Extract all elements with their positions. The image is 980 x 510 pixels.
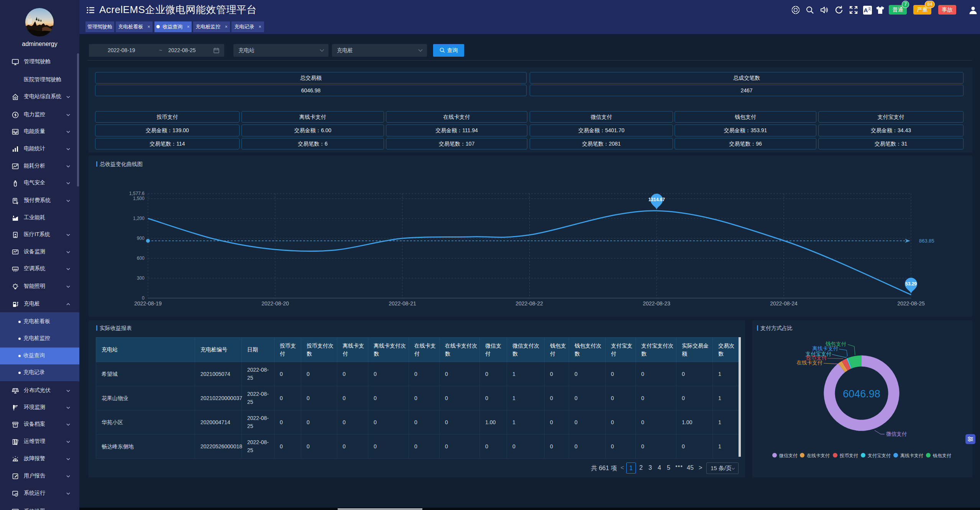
svg-text:在线卡支付: 在线卡支付: [797, 360, 823, 366]
svg-text:投币支付: 投币支付: [839, 453, 858, 458]
svg-text:离线卡支付: 离线卡支付: [900, 453, 923, 458]
svg-text:支付宝支付: 支付宝支付: [868, 453, 891, 458]
svg-text:53.29: 53.29: [905, 281, 917, 287]
svg-text:300: 300: [137, 275, 144, 281]
svg-text:1314.67: 1314.67: [648, 197, 665, 202]
svg-text:2022-08-20: 2022-08-20: [261, 300, 289, 307]
svg-text:900: 900: [137, 236, 144, 241]
svg-text:2022-08-19: 2022-08-19: [134, 300, 162, 307]
svg-text:6046.98: 6046.98: [843, 388, 880, 400]
svg-text:1,500: 1,500: [133, 196, 144, 201]
svg-text:2022-08-23: 2022-08-23: [643, 300, 670, 307]
svg-text:A: A: [864, 7, 868, 13]
svg-text:文: 文: [868, 7, 872, 11]
svg-text:1,577.6: 1,577.6: [129, 191, 144, 196]
svg-text:1,200: 1,200: [133, 216, 144, 221]
svg-text:2022-08-21: 2022-08-21: [389, 300, 416, 307]
svg-text:863.85: 863.85: [919, 238, 934, 244]
svg-text:2022-08-25: 2022-08-25: [897, 300, 925, 307]
svg-text:2022-08-22: 2022-08-22: [515, 300, 543, 307]
svg-text:600: 600: [137, 256, 144, 261]
svg-text:微信支付: 微信支付: [779, 453, 798, 458]
svg-text:2022-08-24: 2022-08-24: [770, 300, 798, 307]
svg-text:在线卡支付: 在线卡支付: [807, 453, 830, 458]
svg-text:离线卡支付: 离线卡支付: [813, 346, 839, 351]
svg-text:微信支付: 微信支付: [886, 431, 907, 437]
svg-text:0: 0: [142, 295, 144, 301]
svg-text:钱包支付: 钱包支付: [932, 453, 951, 458]
